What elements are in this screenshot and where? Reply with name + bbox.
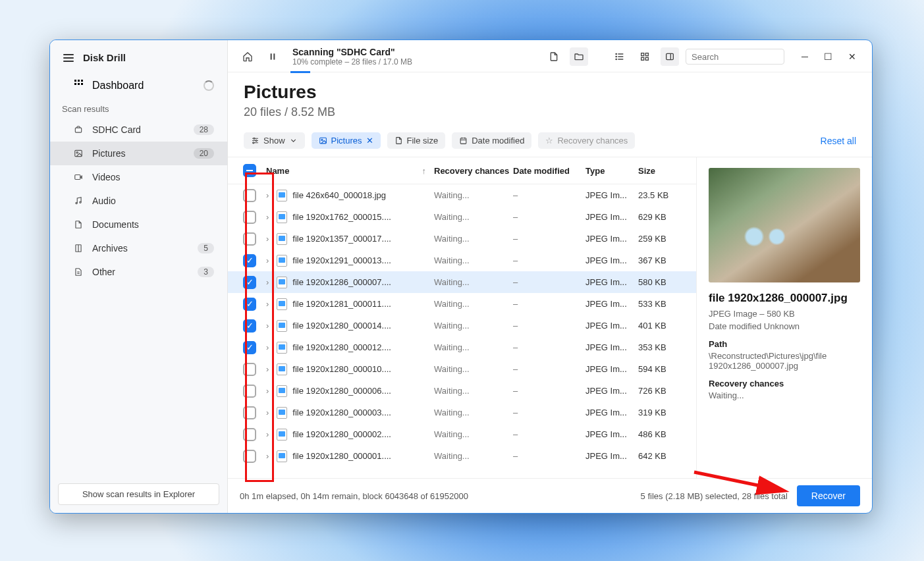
scan-subtitle: 10% complete – 28 files / 17.0 MB [292, 57, 412, 67]
page-title: Pictures [244, 82, 856, 103]
preview-image [709, 168, 860, 282]
row-checkbox[interactable]: ✓ [243, 254, 256, 267]
svg-rect-38 [319, 138, 326, 144]
filesize-filter-chip[interactable]: File size [387, 132, 446, 149]
row-checkbox[interactable] [243, 385, 256, 398]
cell-type: JPEG Im... [585, 429, 638, 439]
sidebar-item-sdhc-card[interactable]: SDHC Card28 [50, 118, 227, 142]
sidebar-item-documents[interactable]: Documents [50, 213, 227, 236]
col-date[interactable]: Date modified [513, 166, 585, 176]
date-filter-chip[interactable]: Date modified [452, 132, 531, 149]
recover-button[interactable]: Recover [797, 485, 860, 506]
svg-rect-6 [75, 128, 81, 132]
show-filter-chip[interactable]: Show [244, 132, 305, 149]
footer: 0h 1m elapsed, 0h 14m remain, block 6043… [228, 478, 872, 513]
table-row[interactable]: ›file 426x640_000018.jpgWaiting...–JPEG … [228, 184, 696, 206]
recovery-filter-chip[interactable]: ☆ Recovery chances [538, 132, 635, 149]
hamburger-icon[interactable] [63, 54, 74, 62]
table-row[interactable]: ›file 1920x1762_000015....Waiting...–JPE… [228, 206, 696, 228]
sidebar-item-dashboard[interactable]: Dashboard [50, 72, 227, 99]
table-row[interactable]: ›file 1920x1280_000010....Waiting...–JPE… [228, 358, 696, 380]
row-checkbox[interactable]: ✓ [243, 319, 256, 333]
table-row[interactable]: ›file 1920x1280_000002....Waiting...–JPE… [228, 423, 696, 445]
list-view-icon[interactable] [611, 47, 629, 66]
jpeg-file-icon [277, 407, 287, 419]
row-checkbox[interactable] [243, 232, 256, 246]
col-size[interactable]: Size [638, 166, 691, 176]
search-box[interactable] [686, 49, 784, 65]
table-row[interactable]: ✓›file 1920x1286_000007....Waiting...–JP… [228, 271, 696, 293]
svg-rect-26 [641, 57, 644, 60]
main-area: Scanning "SDHC Card" 10% complete – 28 f… [228, 40, 872, 513]
sort-asc-icon[interactable]: ↑ [422, 166, 427, 176]
row-checkbox[interactable] [243, 189, 256, 202]
cell-size: 259 KB [638, 234, 691, 244]
maximize-button[interactable]: ☐ [824, 51, 832, 62]
sidebar-item-pictures[interactable]: Pictures20 [50, 142, 227, 165]
row-checkbox[interactable] [243, 406, 256, 419]
panel-toggle-icon[interactable] [661, 47, 679, 66]
row-checkbox[interactable] [243, 211, 256, 224]
file-name: file 1920x1280_000002.... [292, 429, 391, 439]
reset-all-link[interactable]: Reset all [821, 136, 856, 146]
grid-view-icon[interactable] [636, 47, 654, 66]
sidebar-item-other[interactable]: Other3 [50, 260, 227, 284]
cell-date: – [513, 342, 585, 352]
jpeg-file-icon [277, 385, 287, 397]
table-row[interactable]: ›file 1920x1280_000006....Waiting...–JPE… [228, 380, 696, 402]
minimize-button[interactable]: ─ [802, 51, 808, 62]
file-name: file 426x640_000018.jpg [292, 190, 386, 200]
chevron-right-icon: › [266, 364, 271, 374]
jpeg-file-icon [277, 450, 287, 462]
svg-rect-27 [645, 57, 648, 60]
show-in-explorer-button[interactable]: Show scan results in Explorer [58, 483, 219, 505]
file-name: file 1920x1280_000012.... [292, 342, 391, 352]
svg-rect-2 [81, 80, 83, 82]
row-checkbox[interactable]: ✓ [243, 298, 256, 311]
table-row[interactable]: ›file 1920x1280_000003....Waiting...–JPE… [228, 402, 696, 423]
content-header: Pictures 20 files / 8.52 MB [228, 72, 872, 127]
row-checkbox[interactable] [243, 450, 256, 463]
table-row[interactable]: ✓›file 1920x1280_000012....Waiting...–JP… [228, 336, 696, 358]
cell-date: – [513, 451, 585, 461]
row-checkbox[interactable] [243, 428, 256, 441]
svg-rect-9 [75, 175, 80, 180]
topbar: Scanning "SDHC Card" 10% complete – 28 f… [228, 40, 872, 72]
chevron-right-icon: › [266, 212, 271, 222]
chevron-right-icon: › [266, 386, 271, 396]
folder-icon[interactable] [570, 47, 588, 66]
cell-recovery: Waiting... [434, 386, 513, 396]
table-row[interactable]: ✓›file 1920x1280_000014....Waiting...–JP… [228, 315, 696, 336]
remove-filter-icon[interactable]: ✕ [366, 136, 373, 146]
table-row[interactable]: ›file 1920x1357_000017....Waiting...–JPE… [228, 228, 696, 250]
cell-date: – [513, 234, 585, 244]
home-icon[interactable] [238, 47, 257, 66]
table-row[interactable]: ✓›file 1920x1281_000011....Waiting...–JP… [228, 293, 696, 315]
detail-info: JPEG Image – 580 KB [709, 309, 860, 319]
search-input[interactable] [692, 52, 802, 62]
row-checkbox[interactable]: ✓ [243, 341, 256, 354]
select-all-checkbox[interactable] [243, 164, 256, 177]
col-recovery[interactable]: Recovery chances [434, 166, 513, 176]
file-icon[interactable] [545, 47, 563, 66]
loading-spinner-icon [204, 80, 214, 91]
filter-row: Show Pictures ✕ File size Date modified … [228, 127, 872, 157]
row-checkbox[interactable]: ✓ [243, 276, 256, 289]
close-button[interactable]: ✕ [848, 51, 856, 62]
row-checkbox[interactable] [243, 363, 256, 376]
table-row[interactable]: ›file 1920x1280_000001....Waiting...–JPE… [228, 445, 696, 467]
chevron-right-icon: › [266, 321, 271, 331]
cell-recovery: Waiting... [434, 321, 513, 331]
count-badge: 28 [194, 124, 214, 135]
col-name[interactable]: Name [266, 166, 289, 176]
sidebar-item-archives[interactable]: Archives5 [50, 236, 227, 260]
sidebar-item-label: Other [92, 267, 115, 277]
col-type[interactable]: Type [585, 166, 638, 176]
selection-summary: 5 files (2.18 MB) selected, 28 files tot… [641, 491, 788, 501]
sidebar-item-audio[interactable]: Audio [50, 189, 227, 213]
pause-icon[interactable] [263, 47, 282, 66]
pictures-filter-chip[interactable]: Pictures ✕ [312, 132, 381, 149]
table-row[interactable]: ✓›file 1920x1291_000013....Waiting...–JP… [228, 250, 696, 271]
sidebar-item-videos[interactable]: Videos [50, 165, 227, 189]
category-icon [72, 171, 84, 183]
